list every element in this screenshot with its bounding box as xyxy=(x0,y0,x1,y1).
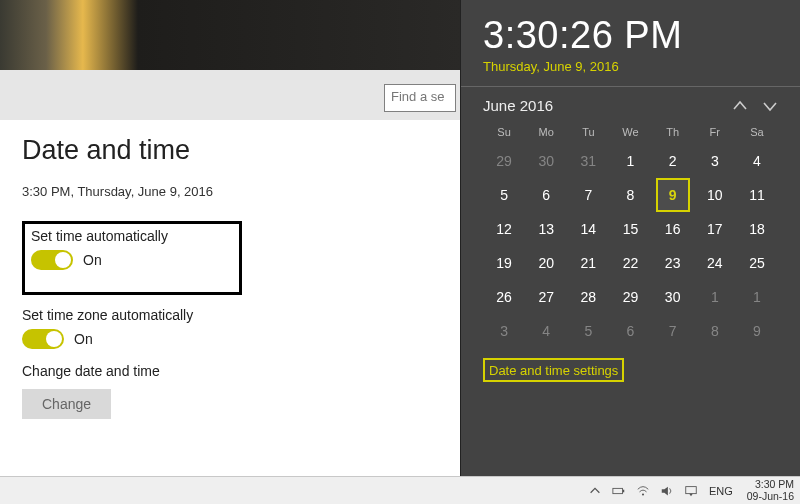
calendar-next-icon[interactable] xyxy=(762,98,778,114)
calendar-day[interactable]: 1 xyxy=(609,146,651,176)
calendar-day[interactable]: 28 xyxy=(567,282,609,312)
calendar-day[interactable]: 1 xyxy=(694,282,736,312)
tray-overflow-icon[interactable] xyxy=(587,483,603,499)
change-date-time-button[interactable]: Change xyxy=(22,389,111,419)
calendar-day[interactable]: 16 xyxy=(652,214,694,244)
calendar-day[interactable]: 19 xyxy=(483,248,525,278)
highlight-date-time-settings-link: Date and time settings xyxy=(483,358,624,382)
calendar-day[interactable]: 13 xyxy=(525,214,567,244)
calendar-day[interactable]: 4 xyxy=(525,316,567,346)
calendar-day[interactable]: 8 xyxy=(609,180,651,210)
calendar-day[interactable]: 5 xyxy=(483,180,525,210)
action-center-icon[interactable] xyxy=(683,483,699,499)
calendar-day[interactable]: 6 xyxy=(525,180,567,210)
set-time-auto-label: Set time automatically xyxy=(31,228,233,244)
flyout-date[interactable]: Thursday, June 9, 2016 xyxy=(483,59,778,74)
flyout-time: 3:30:26 PM xyxy=(483,14,778,57)
set-time-auto-state: On xyxy=(83,252,102,268)
calendar-day[interactable]: 30 xyxy=(652,282,694,312)
calendar-day[interactable]: 3 xyxy=(483,316,525,346)
calendar-dow: Tu xyxy=(567,120,609,142)
svg-rect-0 xyxy=(613,488,623,493)
calendar-day[interactable]: 9 xyxy=(736,316,778,346)
wifi-icon[interactable] xyxy=(635,483,651,499)
calendar-day-today[interactable]: 9 xyxy=(652,180,694,210)
calendar-dow: Fr xyxy=(694,120,736,142)
calendar-grid: SuMoTuWeThFrSa29303112345678910111213141… xyxy=(483,120,778,346)
calendar-day[interactable]: 11 xyxy=(736,180,778,210)
set-tz-auto-toggle[interactable] xyxy=(22,329,64,349)
desktop-wallpaper-strip xyxy=(0,0,460,70)
calendar-dow: Sa xyxy=(736,120,778,142)
svg-point-2 xyxy=(642,493,644,495)
calendar-dow: Th xyxy=(652,120,694,142)
calendar-day[interactable]: 29 xyxy=(483,146,525,176)
current-datetime-text: 3:30 PM, Thursday, June 9, 2016 xyxy=(22,184,422,199)
set-tz-auto-label: Set time zone automatically xyxy=(22,307,422,323)
tray-clock[interactable]: 3:30 PM 09-Jun-16 xyxy=(743,479,794,501)
settings-search-input[interactable]: Find a se xyxy=(384,84,456,112)
set-time-auto-toggle[interactable] xyxy=(31,250,73,270)
calendar-day[interactable]: 25 xyxy=(736,248,778,278)
calendar-day[interactable]: 2 xyxy=(652,146,694,176)
tray-clock-time: 3:30 PM xyxy=(747,479,794,490)
calendar-day[interactable]: 1 xyxy=(736,282,778,312)
calendar-day[interactable]: 7 xyxy=(567,180,609,210)
calendar-day[interactable]: 30 xyxy=(525,146,567,176)
calendar-day[interactable]: 3 xyxy=(694,146,736,176)
calendar-day[interactable]: 26 xyxy=(483,282,525,312)
calendar-prev-icon[interactable] xyxy=(732,98,748,114)
calendar-day[interactable]: 17 xyxy=(694,214,736,244)
calendar-day[interactable]: 20 xyxy=(525,248,567,278)
tray-clock-date: 09-Jun-16 xyxy=(747,491,794,502)
calendar-dow: Mo xyxy=(525,120,567,142)
calendar-day[interactable]: 12 xyxy=(483,214,525,244)
calendar-day[interactable]: 21 xyxy=(567,248,609,278)
calendar-dow: Su xyxy=(483,120,525,142)
calendar-day[interactable]: 14 xyxy=(567,214,609,244)
svg-rect-3 xyxy=(686,486,697,493)
calendar-day[interactable]: 27 xyxy=(525,282,567,312)
calendar-day[interactable]: 18 xyxy=(736,214,778,244)
battery-icon[interactable] xyxy=(611,483,627,499)
date-time-settings-panel: Date and time 3:30 PM, Thursday, June 9,… xyxy=(22,135,422,419)
taskbar: ENG 3:30 PM 09-Jun-16 xyxy=(0,476,800,504)
date-time-settings-link[interactable]: Date and time settings xyxy=(489,363,618,378)
calendar-day[interactable]: 10 xyxy=(694,180,736,210)
calendar-day[interactable]: 4 xyxy=(736,146,778,176)
calendar-day[interactable]: 22 xyxy=(609,248,651,278)
calendar-day[interactable]: 15 xyxy=(609,214,651,244)
page-title: Date and time xyxy=(22,135,422,166)
calendar-dow: We xyxy=(609,120,651,142)
calendar-day[interactable]: 8 xyxy=(694,316,736,346)
highlight-set-time-auto: Set time automatically On xyxy=(22,221,242,295)
calendar-day[interactable]: 24 xyxy=(694,248,736,278)
clock-calendar-flyout: 3:30:26 PM Thursday, June 9, 2016 June 2… xyxy=(460,0,800,476)
svg-rect-1 xyxy=(623,489,624,492)
tray-language[interactable]: ENG xyxy=(707,485,735,497)
calendar-day[interactable]: 31 xyxy=(567,146,609,176)
calendar-day[interactable]: 6 xyxy=(609,316,651,346)
calendar-month-label[interactable]: June 2016 xyxy=(483,97,553,114)
volume-icon[interactable] xyxy=(659,483,675,499)
calendar-day[interactable]: 29 xyxy=(609,282,651,312)
calendar-day[interactable]: 23 xyxy=(652,248,694,278)
calendar-day[interactable]: 7 xyxy=(652,316,694,346)
flyout-divider xyxy=(461,86,800,87)
set-tz-auto-state: On xyxy=(74,331,93,347)
change-date-time-label: Change date and time xyxy=(22,363,422,379)
calendar-day[interactable]: 5 xyxy=(567,316,609,346)
